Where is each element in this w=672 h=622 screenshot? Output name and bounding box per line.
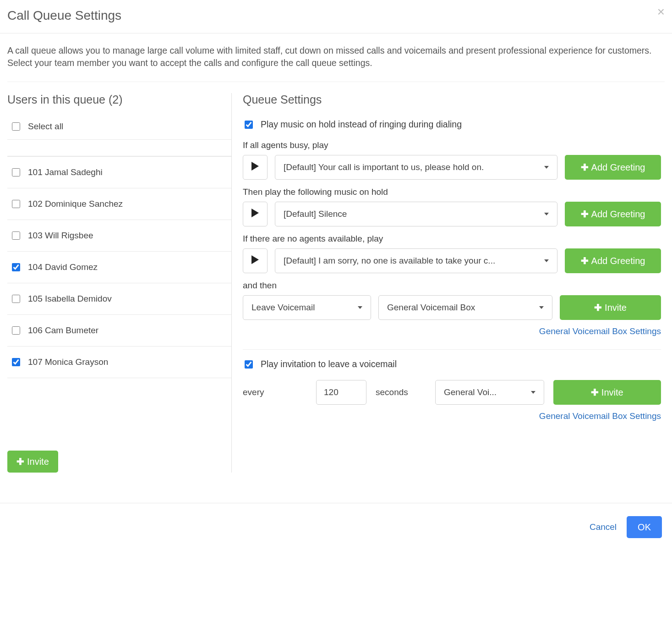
chevron-down-icon (358, 306, 362, 309)
add-greeting-busy-button[interactable]: ✚ Add Greeting (565, 155, 661, 180)
play-icon (251, 255, 259, 266)
and-then-row: Leave Voicemail General Voicemail Box ✚ … (243, 295, 661, 320)
busy-row: [Default] Your call is important to us, … (243, 155, 661, 180)
user-checkbox[interactable] (12, 200, 20, 208)
then-music-label: Then play the following music on hold (243, 187, 661, 197)
select-all-row[interactable]: Select all (7, 119, 231, 135)
user-checkbox[interactable] (12, 263, 20, 271)
hold-music-value: [Default] Silence (284, 209, 544, 219)
invite-users-label: Invite (27, 456, 49, 467)
intro-text: A call queue allows you to manage large … (7, 41, 665, 82)
user-checkbox[interactable] (12, 295, 20, 303)
user-label: 106 Cam Bumeter (28, 325, 98, 336)
and-then-target-dropdown[interactable]: General Voicemail Box (378, 295, 552, 320)
interval-input[interactable] (316, 380, 366, 405)
chevron-down-icon (531, 391, 535, 394)
play-no-agents-button[interactable] (243, 248, 268, 273)
divider (243, 349, 661, 350)
users-invite-wrap: ✚ Invite (7, 451, 231, 473)
user-checkbox[interactable] (12, 231, 20, 240)
user-list: 101 Jamal Sadeghi 102 Dominique Sanchez … (7, 139, 231, 440)
seconds-label: seconds (376, 387, 426, 397)
queue-settings-panel: Queue Settings Play music on hold instea… (232, 93, 665, 473)
vm-settings-link[interactable]: General Voicemail Box Settings (539, 411, 661, 421)
hold-music-dropdown[interactable]: [Default] Silence (275, 202, 557, 226)
every-row: every seconds General Voi... ✚ Invite (243, 380, 661, 405)
play-invitation-checkbox[interactable] (245, 360, 253, 369)
columns: Users in this queue (2) Select all 101 J… (7, 93, 665, 473)
ok-button[interactable]: OK (627, 516, 662, 538)
interval-target-value: General Voi... (444, 387, 531, 397)
play-music-on-hold-label: Play music on hold instead of ringing du… (261, 119, 462, 130)
no-agents-dropdown[interactable]: [Default] I am sorry, no one is availabl… (275, 248, 557, 273)
call-queue-modal: Call Queue Settings × A call queue allow… (0, 0, 672, 548)
user-row[interactable]: 103 Will Rigsbee (7, 220, 231, 252)
user-scroll[interactable]: 101 Jamal Sadeghi 102 Dominique Sanchez … (7, 156, 231, 440)
busy-label: If all agents busy, play (243, 140, 661, 150)
and-then-action-dropdown[interactable]: Leave Voicemail (243, 295, 371, 320)
users-panel: Users in this queue (2) Select all 101 J… (7, 93, 232, 473)
no-agents-row: [Default] I am sorry, no one is availabl… (243, 248, 661, 273)
user-label: 104 David Gomez (28, 262, 98, 272)
add-greeting-label: Add Greeting (591, 209, 645, 220)
add-greeting-label: Add Greeting (591, 162, 645, 173)
invite-interval-button[interactable]: ✚ Invite (553, 380, 661, 405)
play-busy-button[interactable] (243, 155, 268, 180)
invite-voicemail-button[interactable]: ✚ Invite (560, 295, 661, 320)
user-row[interactable]: 102 Dominique Sanchez (7, 188, 231, 220)
invite-label: Invite (601, 387, 623, 398)
invite-users-button[interactable]: ✚ Invite (7, 451, 58, 473)
busy-greeting-value: [Default] Your call is important to us, … (284, 162, 544, 172)
user-row[interactable]: 106 Cam Bumeter (7, 315, 231, 347)
interval-target-dropdown[interactable]: General Voi... (435, 380, 544, 405)
select-all-checkbox[interactable] (12, 122, 20, 131)
chevron-down-icon (539, 306, 544, 309)
play-music-on-hold-row[interactable]: Play music on hold instead of ringing du… (243, 119, 661, 130)
queue-settings-title: Queue Settings (243, 93, 661, 106)
play-hold-music-button[interactable] (243, 202, 268, 226)
user-label: 105 Isabella Demidov (28, 294, 112, 304)
modal-header: Call Queue Settings × (0, 0, 672, 33)
and-then-action-value: Leave Voicemail (251, 303, 358, 313)
user-row[interactable]: 104 David Gomez (7, 252, 231, 283)
chevron-down-icon (544, 259, 549, 262)
select-all-label: Select all (28, 121, 63, 132)
user-checkbox[interactable] (12, 168, 20, 176)
plus-icon: ✚ (594, 302, 602, 313)
cancel-button[interactable]: Cancel (590, 522, 617, 532)
invite-label: Invite (605, 302, 627, 313)
user-row[interactable]: 105 Isabella Demidov (7, 283, 231, 315)
user-row[interactable]: 107 Monica Grayson (7, 347, 231, 378)
user-label: 101 Jamal Sadeghi (28, 167, 103, 177)
play-invitation-label: Play invitation to leave a voicemail (261, 359, 397, 369)
no-agents-label: If there are no agents available, play (243, 234, 661, 244)
chevron-down-icon (544, 213, 549, 215)
plus-icon: ✚ (581, 162, 589, 173)
plus-icon: ✚ (581, 209, 589, 220)
user-search-gap (7, 140, 231, 156)
user-label: 102 Dominique Sanchez (28, 199, 123, 209)
modal-footer: Cancel OK (0, 503, 672, 548)
plus-icon: ✚ (581, 255, 589, 266)
chevron-down-icon (544, 166, 549, 169)
play-invitation-row[interactable]: Play invitation to leave a voicemail (243, 359, 661, 370)
no-agents-value: [Default] I am sorry, no one is availabl… (284, 256, 544, 266)
vm-settings-link[interactable]: General Voicemail Box Settings (539, 326, 661, 336)
and-then-target-value: General Voicemail Box (387, 303, 539, 313)
play-music-on-hold-checkbox[interactable] (245, 121, 253, 129)
every-label: every (243, 387, 307, 397)
vm-settings-link-row-1: General Voicemail Box Settings (243, 326, 661, 336)
plus-icon: ✚ (16, 456, 24, 467)
play-icon (251, 162, 259, 173)
user-checkbox[interactable] (12, 358, 20, 366)
add-greeting-hold-button[interactable]: ✚ Add Greeting (565, 202, 661, 226)
user-row[interactable]: 101 Jamal Sadeghi (7, 157, 231, 188)
user-label: 103 Will Rigsbee (28, 231, 93, 241)
busy-greeting-dropdown[interactable]: [Default] Your call is important to us, … (275, 155, 557, 180)
user-checkbox[interactable] (12, 326, 20, 335)
add-greeting-no-agents-button[interactable]: ✚ Add Greeting (565, 248, 661, 273)
modal-body: A call queue allows you to manage large … (0, 33, 672, 480)
add-greeting-label: Add Greeting (591, 255, 645, 266)
then-music-row: [Default] Silence ✚ Add Greeting (243, 202, 661, 226)
close-icon[interactable]: × (657, 6, 665, 18)
